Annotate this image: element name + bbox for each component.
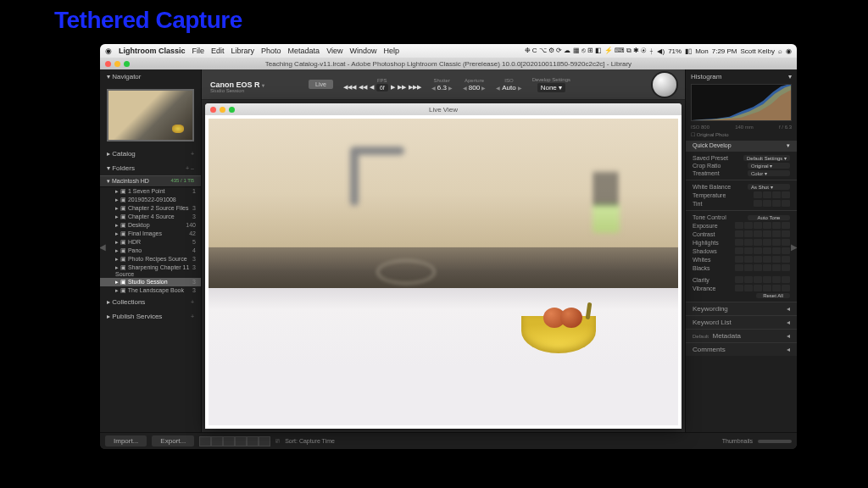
wb-dropdown[interactable]: As Shot ▾ — [748, 184, 790, 190]
preset-dropdown[interactable]: Default Settings ▾ — [743, 155, 790, 161]
wifi-icon[interactable]: ⟊ — [649, 47, 654, 55]
live-button[interactable]: Live — [309, 80, 333, 89]
menu-library[interactable]: Library — [231, 47, 255, 55]
transport-controls[interactable]: ◀◀◀◀◀◀ 6f ▶▶▶▶▶▶ — [343, 84, 421, 92]
develop-label: Develop Settings — [532, 77, 570, 82]
view-mode-buttons[interactable] — [199, 436, 270, 446]
keyword-list-header[interactable]: Keyword List◂ — [686, 315, 797, 329]
tint-stepper[interactable] — [754, 200, 790, 207]
treatment-dropdown[interactable]: Color ▾ — [748, 170, 790, 176]
menu-view[interactable]: View — [326, 47, 342, 55]
menu-metadata[interactable]: Metadata — [288, 47, 320, 55]
folder-item[interactable]: ▸ ▣ Chapter 2 Source Files3 — [100, 204, 201, 213]
aperture-label: Aperture — [465, 78, 484, 83]
menu-file[interactable]: File — [192, 47, 205, 55]
siri-icon[interactable]: ◉ — [786, 47, 792, 55]
navigator-header[interactable]: ▾ Navigator — [100, 69, 201, 84]
window-title: Teaching Catalog-v11.lrcat - Adobe Photo… — [265, 60, 632, 68]
minimize-icon[interactable] — [114, 61, 120, 67]
collapse-right-icon[interactable]: ▶ — [791, 242, 797, 252]
folder-item[interactable]: ▸ ▣ Studio Session3 — [100, 278, 201, 286]
develop-value[interactable]: None ▾ — [537, 83, 565, 92]
bottom-toolbar: Import... Export... ⎚ Sort: Capture Time… — [100, 432, 797, 449]
battery-indicator[interactable]: 71% — [668, 47, 682, 55]
aperture-value[interactable]: 800 — [469, 84, 480, 92]
contrast-stepper[interactable] — [735, 230, 790, 237]
bowl-blur — [376, 259, 436, 285]
keywording-header[interactable]: Keywording◂ — [686, 302, 797, 315]
folder-item[interactable]: ▸ ▣ Photo Recipes Source3 — [100, 255, 201, 263]
folder-item[interactable]: ▸ ▣ 20190522-091008 — [100, 196, 201, 204]
slide-title: Tethered Capture — [54, 7, 242, 34]
navigator-thumbnail[interactable] — [107, 89, 194, 141]
catalog-header[interactable]: ▸ Catalog+ — [100, 147, 201, 161]
live-close-icon[interactable] — [210, 107, 216, 113]
blacks-stepper[interactable] — [735, 264, 790, 271]
user-name[interactable]: Scott Kelby — [741, 47, 775, 55]
fruit-subject — [521, 316, 596, 353]
window-titlebar: Teaching Catalog-v11.lrcat - Adobe Photo… — [100, 58, 797, 69]
vibrance-stepper[interactable] — [735, 285, 790, 291]
folder-item[interactable]: ▸ ▣ Final Images42 — [100, 230, 201, 238]
menu-edit[interactable]: Edit — [211, 47, 225, 55]
folder-item[interactable]: ▸ ▣ Sharpening Chapter 11 Source3 — [100, 263, 201, 278]
histogram-header[interactable]: Histogram▾ — [691, 73, 792, 80]
search-icon[interactable]: ⌕ — [778, 47, 782, 55]
camera-name[interactable]: Canon EOS R ▾ — [210, 80, 264, 89]
folders-header[interactable]: ▾ Folders+ – — [100, 161, 201, 175]
center-area: Canon EOS R ▾ Studio Session Live FPS ◀◀… — [202, 69, 685, 432]
thumbnail-slider[interactable] — [758, 440, 792, 443]
iso-value[interactable]: Auto — [502, 84, 515, 92]
exposure-stepper[interactable] — [735, 222, 790, 229]
shutter-button[interactable] — [653, 73, 676, 97]
publish-header[interactable]: ▸ Publish Services+ — [100, 309, 201, 324]
tether-bar: Canon EOS R ▾ Studio Session Live FPS ◀◀… — [202, 69, 685, 100]
collapse-left-icon[interactable]: ◀ — [100, 242, 106, 252]
export-button[interactable]: Export... — [152, 435, 194, 446]
close-icon[interactable] — [105, 61, 111, 67]
shadows-stepper[interactable] — [735, 247, 790, 254]
clock-day[interactable]: Mon — [695, 47, 709, 55]
iso-label: ISO — [504, 78, 513, 83]
temperature-stepper[interactable] — [754, 191, 790, 198]
clock-time[interactable]: 7:29 PM — [712, 47, 737, 55]
folder-item[interactable]: ▸ ▣ The Landscape Book3 — [100, 286, 201, 295]
histogram-display — [691, 84, 792, 121]
shutter-value[interactable]: 6.3 — [437, 84, 447, 92]
collections-header[interactable]: ▸ Collections+ — [100, 295, 201, 309]
live-minimize-icon[interactable] — [220, 107, 225, 113]
folder-item[interactable]: ▸ ▣ HDR5 — [100, 238, 201, 247]
traffic-lights[interactable] — [105, 61, 130, 67]
folder-item[interactable]: ▸ ▣ Chapter 4 Source3 — [100, 213, 201, 221]
auto-tone-button[interactable]: Auto Tone — [748, 215, 790, 220]
left-panel: ▾ Navigator ▸ Catalog+ ▾ Folders+ – ▾ Ma… — [100, 69, 202, 432]
import-button[interactable]: Import... — [105, 435, 147, 446]
reset-button[interactable]: Reset All — [756, 293, 790, 298]
comments-header[interactable]: Comments◂ — [686, 342, 797, 356]
app-menu[interactable]: Lightroom Classic — [119, 47, 186, 55]
menubar-icons[interactable]: ❉ C ⌥ ⚙ ⟳ ☁ ▦ ⎋ ⊞ ◧ ⚡ ⌨ ⧉ ✱ ⦿ — [525, 47, 647, 55]
folder-item[interactable]: ▸ ▣ Desktop140 — [100, 221, 201, 230]
folder-item[interactable]: ▸ ▣ 1 Seven Point1 — [100, 187, 201, 196]
menu-window[interactable]: Window — [349, 47, 376, 55]
crop-dropdown[interactable]: Original ▾ — [748, 163, 790, 169]
highlights-stepper[interactable] — [735, 239, 790, 246]
menu-photo[interactable]: Photo — [261, 47, 281, 55]
whites-stepper[interactable] — [735, 256, 790, 263]
shutter-label: Shutter — [434, 78, 450, 83]
mac-menubar: ◉ Lightroom Classic File Edit Library Ph… — [100, 44, 797, 58]
live-zoom-icon[interactable] — [229, 107, 235, 113]
painter-icon[interactable]: ⎚ — [275, 437, 280, 445]
volume-icon[interactable]: ◀) — [657, 47, 665, 55]
folder-item[interactable]: ▸ ▣ Pano4 — [100, 247, 201, 255]
sort-value[interactable]: Capture Time — [299, 438, 335, 444]
live-view-titlebar: Live View — [205, 103, 682, 115]
faucet-blur — [320, 147, 430, 223]
volume-header[interactable]: ▾ Macintosh HD 435 / 1 TB — [100, 175, 201, 187]
apple-icon[interactable]: ◉ — [105, 47, 112, 55]
menu-help[interactable]: Help — [384, 47, 400, 55]
clarity-stepper[interactable] — [735, 276, 790, 283]
quick-develop-header[interactable]: Quick Develop▾ — [686, 141, 797, 151]
metadata-header[interactable]: Default Metadata◂ — [686, 329, 797, 342]
zoom-icon[interactable] — [124, 61, 130, 67]
